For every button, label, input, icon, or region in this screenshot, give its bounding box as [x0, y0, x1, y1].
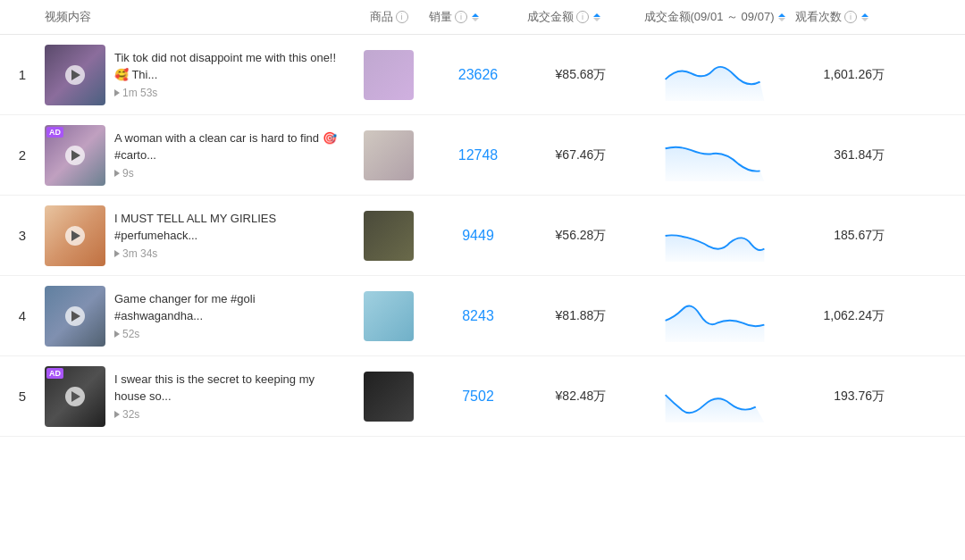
views-cell: 361.84万 — [795, 147, 902, 163]
amount-cell: ¥67.46万 — [527, 147, 634, 163]
amount-sort-icon[interactable] — [593, 13, 600, 21]
product-col-title: 商品 — [370, 9, 393, 25]
views-sort-icon[interactable] — [861, 13, 868, 21]
sales-cell: 7502 — [429, 389, 527, 405]
video-cell: AD A woman with a clean car is hard to f… — [45, 125, 348, 186]
product-info-icon[interactable]: i — [396, 11, 408, 23]
play-button[interactable] — [65, 65, 85, 85]
amount-info-icon[interactable]: i — [576, 11, 589, 23]
col-product-header: 商品 i — [348, 9, 429, 25]
views-cell: 185.67万 — [795, 228, 902, 244]
amount-cell: ¥81.88万 — [527, 308, 634, 324]
video-duration: 52s — [114, 328, 340, 340]
video-info: Game changer for me #goli #ashwagandha..… — [114, 291, 340, 339]
video-thumbnail[interactable] — [45, 205, 105, 266]
views-value: 1,062.24万 — [824, 308, 885, 322]
trend-sort-icon[interactable] — [778, 13, 785, 21]
video-thumbnail[interactable]: AD — [45, 125, 105, 186]
rank-cell: 4 — [0, 308, 45, 323]
play-button[interactable] — [65, 387, 85, 406]
amount-value: ¥81.88万 — [556, 308, 607, 322]
col-sales-header: 销量 i — [429, 9, 527, 25]
play-icon — [71, 230, 80, 241]
views-cell: 193.76万 — [795, 389, 902, 405]
sales-cell: 12748 — [429, 147, 527, 163]
product-cell — [348, 130, 429, 180]
video-duration: 1m 53s — [114, 87, 340, 99]
sales-cell: 9449 — [429, 228, 527, 244]
duration-text: 52s — [122, 328, 139, 340]
play-button[interactable] — [65, 226, 85, 246]
product-thumbnail[interactable] — [364, 211, 414, 261]
video-thumbnail[interactable] — [45, 286, 105, 347]
play-icon — [71, 391, 80, 402]
sales-cell: 23626 — [429, 67, 527, 83]
duration-text: 1m 53s — [122, 87, 157, 99]
product-thumbnail[interactable] — [364, 372, 414, 422]
sales-value: 12748 — [458, 147, 499, 163]
product-header-label: 商品 i — [370, 9, 408, 25]
col-video-header: 视频内容 — [45, 9, 348, 25]
amount-col-title: 成交金额 — [527, 9, 574, 25]
video-title: I swear this is the secret to keeping my… — [114, 372, 340, 404]
duration-arrow-icon — [114, 170, 120, 177]
col-trend-header: 成交金额(09/01 ～ 09/07) — [634, 9, 795, 25]
table-row: 3 I MUST TELL ALL MY GIRLIES #perfumehac… — [0, 196, 965, 276]
duration-text: 9s — [122, 167, 134, 180]
col-views-header: 观看次数 i — [795, 9, 902, 25]
video-title: Game changer for me #goli #ashwagandha..… — [114, 291, 340, 323]
table-body: 1 Tik tok did not disappoint me with thi… — [0, 35, 965, 437]
video-cell: Tik tok did not disappoint me with this … — [45, 45, 348, 105]
views-value: 1,601.26万 — [824, 67, 885, 81]
views-value: 361.84万 — [834, 147, 885, 162]
trend-header-label: 成交金额(09/01 ～ 09/07) — [644, 9, 786, 25]
sales-value: 9449 — [462, 228, 494, 243]
product-cell — [348, 291, 429, 341]
video-info: I swear this is the secret to keeping my… — [114, 372, 340, 420]
product-thumbnail[interactable] — [364, 130, 414, 180]
product-thumbnail[interactable] — [364, 291, 414, 341]
video-title: A woman with a clean car is hard to find… — [114, 130, 340, 163]
video-info: A woman with a clean car is hard to find… — [114, 130, 340, 179]
product-cell — [348, 372, 429, 422]
views-value: 193.76万 — [834, 389, 885, 403]
video-info: I MUST TELL ALL MY GIRLIES #perfumehack.… — [114, 211, 340, 259]
video-duration: 9s — [114, 167, 340, 180]
sales-sort-icon[interactable] — [472, 13, 479, 21]
trend-cell — [634, 129, 795, 182]
main-table: 视频内容 商品 i 销量 i 成交金额 i — [0, 0, 965, 437]
sales-cell: 8243 — [429, 308, 527, 324]
amount-cell: ¥56.28万 — [527, 228, 634, 244]
views-cell: 1,062.24万 — [795, 308, 902, 324]
play-icon — [71, 311, 80, 322]
product-thumbnail[interactable] — [364, 50, 414, 100]
product-cell — [348, 50, 429, 100]
views-info-icon[interactable]: i — [844, 11, 857, 23]
video-cell: Game changer for me #goli #ashwagandha..… — [45, 286, 348, 347]
video-cell: AD I swear this is the secret to keeping… — [45, 366, 348, 427]
table-header: 视频内容 商品 i 销量 i 成交金额 i — [0, 0, 965, 35]
table-row: 2 AD A woman with a clean car is hard to… — [0, 115, 965, 196]
play-button[interactable] — [65, 146, 85, 165]
rank-cell: 5 — [0, 389, 45, 404]
duration-text: 32s — [122, 408, 139, 421]
play-button[interactable] — [65, 306, 85, 326]
views-value: 185.67万 — [834, 228, 885, 242]
video-thumbnail[interactable] — [45, 45, 105, 105]
sales-info-icon[interactable]: i — [455, 11, 467, 23]
amount-value: ¥67.46万 — [556, 147, 607, 162]
sales-header-label: 销量 i — [429, 9, 527, 25]
amount-header-label: 成交金额 i — [527, 9, 634, 25]
amount-value: ¥56.28万 — [556, 228, 607, 242]
product-cell — [348, 211, 429, 261]
trend-cell — [634, 48, 795, 102]
views-cell: 1,601.26万 — [795, 67, 902, 83]
duration-arrow-icon — [114, 330, 120, 338]
amount-value: ¥82.48万 — [556, 389, 607, 403]
table-row: 4 Game changer for me #goli #ashwagandha… — [0, 276, 965, 356]
duration-text: 3m 34s — [122, 247, 157, 260]
sales-col-title: 销量 — [429, 9, 452, 25]
rank-cell: 2 — [0, 147, 45, 163]
trend-cell — [634, 289, 795, 343]
video-thumbnail[interactable]: AD — [45, 366, 105, 427]
